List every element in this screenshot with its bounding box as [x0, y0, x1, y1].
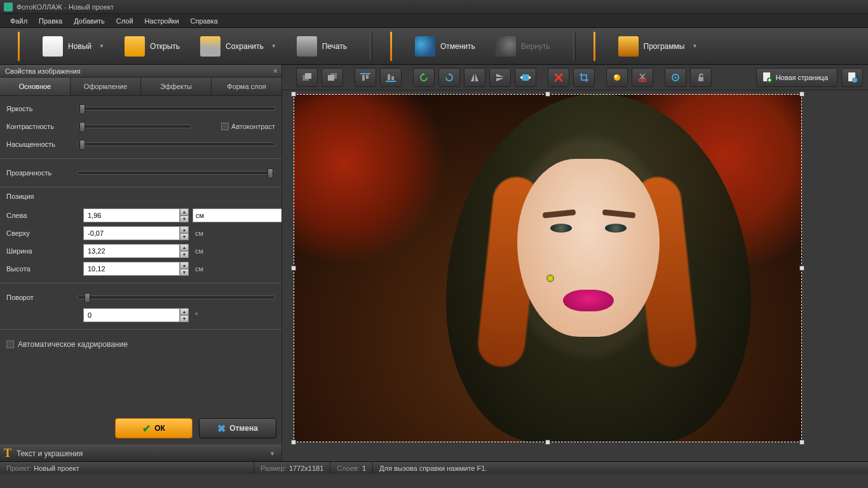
delete-button[interactable]	[548, 68, 569, 87]
tab-basic[interactable]: Основное	[0, 78, 71, 95]
panel-button-row: ✔ОК ✖Отмена	[0, 412, 281, 445]
tab-effects[interactable]: Эффекты	[141, 78, 212, 95]
lock-button[interactable]	[690, 68, 712, 87]
menu-help[interactable]: Справка	[186, 15, 223, 27]
status-help: Для вызова справки нажмите F1.	[379, 464, 487, 472]
resize-handle-bm[interactable]	[545, 440, 550, 445]
workspace: Свойства изображения × Основное Оформлен…	[0, 65, 868, 461]
magic-button[interactable]	[606, 68, 628, 87]
new-file-icon	[43, 36, 63, 57]
new-page-button[interactable]: Новая страница	[756, 68, 837, 87]
autocontrast-checkbox[interactable]: Автоконтраст	[221, 123, 275, 130]
brightness-label: Яркость	[6, 105, 75, 112]
opacity-label: Прозрачность	[6, 169, 75, 177]
saturation-slider[interactable]	[78, 142, 275, 146]
svg-rect-6	[366, 75, 369, 79]
window-titlebar: ФотоКОЛЛАЖ - Новый проект	[0, 0, 868, 14]
panel-body: Яркость Контрастность Автоконтраст Насыщ…	[0, 96, 281, 412]
rotation-handle[interactable]	[546, 274, 554, 282]
cancel-button[interactable]: ✖Отмена	[199, 418, 276, 438]
selection-frame[interactable]	[294, 94, 802, 442]
flip-horizontal-button[interactable]	[464, 68, 485, 87]
toolbar-undo-button[interactable]: Отменить	[410, 34, 480, 59]
autocrop-checkbox[interactable]: Автоматическое кадрирование	[6, 335, 275, 354]
menubar: Файл Правка Добавить Слой Настройки Спра…	[0, 14, 868, 28]
toolbar-open-button[interactable]: Открыть	[119, 34, 185, 59]
contrast-slider[interactable]	[78, 125, 191, 128]
menu-layer[interactable]: Слой	[111, 15, 139, 27]
menu-add[interactable]: Добавить	[69, 15, 110, 27]
canvas-stage[interactable]	[282, 90, 868, 461]
window-title: ФотоКОЛЛАЖ - Новый проект	[17, 3, 114, 11]
text-decorations-button[interactable]: T Текст и украшения ▼	[0, 445, 281, 461]
svg-marker-18	[529, 76, 531, 79]
resize-handle-mr[interactable]	[799, 266, 804, 271]
save-icon	[200, 36, 220, 57]
unit-label: см	[195, 229, 203, 237]
resize-handle-ml[interactable]	[291, 266, 296, 271]
resize-handle-tm[interactable]	[545, 92, 550, 97]
resize-handle-tl[interactable]	[291, 92, 296, 97]
text-icon: T	[4, 447, 11, 460]
rotate-slider[interactable]	[78, 295, 275, 299]
fit-width-button[interactable]	[515, 68, 536, 87]
layer-front-button[interactable]	[296, 68, 318, 87]
printer-icon	[297, 36, 317, 57]
svg-point-22	[614, 75, 617, 78]
left-input[interactable]	[83, 208, 180, 222]
toolbar-new-button[interactable]: Новый▼	[37, 34, 109, 59]
svg-marker-15	[496, 78, 504, 81]
layer-back-button[interactable]	[322, 68, 343, 87]
menu-edit[interactable]: Правка	[34, 15, 67, 27]
rotate-ccw-button[interactable]	[413, 68, 435, 87]
page-settings-button[interactable]	[841, 68, 863, 87]
tab-design[interactable]: Оформление	[71, 78, 141, 95]
status-project-value: Новый проект	[34, 464, 79, 472]
cut-button[interactable]	[632, 68, 653, 87]
toolbar-programs-button[interactable]: Программы▼	[613, 34, 703, 59]
height-input[interactable]	[83, 262, 180, 276]
flip-vertical-button[interactable]	[489, 68, 511, 87]
toolbar-print-button[interactable]: Печать	[292, 34, 352, 59]
tab-shape[interactable]: Форма слоя	[212, 78, 281, 95]
rotate-input[interactable]	[83, 308, 180, 322]
resize-handle-bl[interactable]	[291, 440, 296, 445]
open-folder-icon	[125, 36, 145, 57]
svg-point-28	[675, 76, 677, 78]
toolbar-save-button[interactable]: Сохранить▼	[195, 34, 281, 59]
width-input[interactable]	[83, 244, 180, 258]
brightness-slider[interactable]	[78, 107, 275, 111]
toolbar-redo-button[interactable]: Вернуть	[491, 34, 555, 59]
rotate-spin[interactable]: ▲▼	[83, 308, 189, 322]
width-spin[interactable]: ▲▼	[83, 244, 189, 258]
svg-point-35	[852, 78, 857, 83]
top-spin[interactable]: ▲▼	[83, 226, 189, 240]
resize-handle-br[interactable]	[799, 440, 804, 445]
box-icon	[618, 36, 639, 57]
resize-handle-tr[interactable]	[799, 92, 804, 97]
height-spin[interactable]: ▲▼	[83, 262, 189, 276]
statusbar: Проект:Новый проект Размер:1772x1181 Сло…	[0, 461, 868, 474]
crop-button[interactable]	[573, 68, 595, 87]
rotate-cw-button[interactable]	[438, 68, 460, 87]
top-input[interactable]	[83, 226, 180, 240]
align-bottom-button[interactable]	[380, 68, 402, 87]
undo-icon	[415, 36, 435, 57]
opacity-slider[interactable]	[78, 171, 275, 175]
canvas-toolbar: Новая страница	[282, 65, 868, 90]
section-position-header: Позиция	[6, 193, 275, 200]
menu-file[interactable]: Файл	[5, 15, 32, 27]
unit-select[interactable]: ▼	[193, 208, 236, 222]
align-top-button[interactable]	[355, 68, 376, 87]
close-icon[interactable]: ×	[273, 66, 278, 76]
contrast-label: Контрастность	[6, 123, 75, 130]
status-layers-label: Слоев:	[337, 464, 360, 472]
menu-settings[interactable]: Настройки	[140, 15, 184, 27]
left-spin[interactable]: ▲▼	[83, 208, 189, 222]
check-icon: ✔	[142, 423, 151, 435]
chevron-down-icon: ▼	[692, 43, 697, 49]
main-toolbar: Новый▼ Открыть Сохранить▼ Печать Отменит…	[0, 28, 868, 65]
ok-button[interactable]: ✔ОК	[115, 418, 193, 438]
settings-button[interactable]	[665, 68, 686, 87]
svg-marker-14	[496, 74, 504, 77]
